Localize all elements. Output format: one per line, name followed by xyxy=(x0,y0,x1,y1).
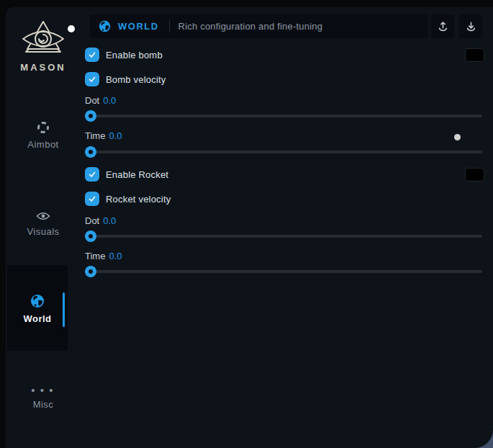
enable-rocket-checkbox[interactable] xyxy=(85,167,99,182)
sidebar-item-aimbot[interactable]: Aimbot xyxy=(6,121,81,150)
checkbox-label: Rocket velocity xyxy=(106,194,171,205)
slider-track xyxy=(85,151,482,153)
slider-name: Dot xyxy=(85,95,99,106)
bomb-time-slider[interactable] xyxy=(85,146,482,158)
settings-content: Enable bomb Bomb velocity Dot0.0 Time0.0 xyxy=(85,7,485,448)
checkbox-row-rocket-velocity: Rocket velocity xyxy=(85,192,171,206)
sidebar-item-label: Aimbot xyxy=(6,139,81,150)
sidebar: MASON Aimbot Visuals World xyxy=(6,7,81,448)
slider-track xyxy=(85,235,482,238)
slider-label: Time0.0 xyxy=(85,251,122,261)
checkbox-label: Bomb velocity xyxy=(106,74,166,85)
checkbox-label: Enable bomb xyxy=(106,50,163,61)
rocket-dot-slider[interactable] xyxy=(85,230,482,242)
globe-icon xyxy=(30,294,45,308)
slider-track xyxy=(85,115,482,117)
sidebar-item-label: Misc xyxy=(6,399,81,410)
slider-value: 0.0 xyxy=(109,251,122,261)
checkbox-label: Enable Rocket xyxy=(106,169,168,180)
brand-text: MASON xyxy=(6,62,81,73)
slider-thumb[interactable] xyxy=(85,110,96,122)
checkbox-row-bomb-velocity: Bomb velocity xyxy=(85,72,166,86)
active-indicator xyxy=(63,292,65,327)
slider-value: 0.0 xyxy=(103,215,116,226)
slider-thumb[interactable] xyxy=(85,266,96,277)
ellipsis-icon: • • • xyxy=(6,387,81,394)
check-icon xyxy=(88,194,96,203)
rocket-velocity-checkbox[interactable] xyxy=(85,192,99,206)
slider-label: Time0.0 xyxy=(85,130,122,141)
check-icon xyxy=(88,75,96,84)
sidebar-item-visuals[interactable]: Visuals xyxy=(6,211,81,237)
slider-thumb[interactable] xyxy=(85,230,96,242)
sidebar-item-label: World xyxy=(7,313,68,324)
mason-eye-logo-icon xyxy=(20,20,66,56)
check-icon xyxy=(88,170,96,179)
bomb-velocity-checkbox[interactable] xyxy=(85,72,99,86)
checkbox-row-enable-rocket: Enable Rocket xyxy=(85,167,168,182)
slider-value: 0.0 xyxy=(103,95,116,106)
slider-thumb[interactable] xyxy=(85,146,96,158)
bomb-dot-slider[interactable] xyxy=(85,110,482,122)
sidebar-item-label: Visuals xyxy=(6,226,81,237)
menu-panel: MASON Aimbot Visuals World xyxy=(6,7,493,448)
slider-name: Dot xyxy=(85,215,99,226)
logo: MASON xyxy=(6,20,81,73)
check-icon xyxy=(88,50,96,59)
sidebar-item-world[interactable]: World xyxy=(7,265,68,351)
rocket-color-swatch[interactable] xyxy=(465,168,484,182)
bomb-color-swatch[interactable] xyxy=(465,48,484,62)
slider-name: Time xyxy=(85,130,105,141)
slider-label: Dot0.0 xyxy=(85,215,116,226)
enable-bomb-checkbox[interactable] xyxy=(85,48,99,62)
checkbox-row-enable-bomb: Enable bomb xyxy=(85,48,163,62)
slider-label: Dot0.0 xyxy=(85,95,116,106)
rocket-time-slider[interactable] xyxy=(85,266,482,277)
crosshair-icon xyxy=(37,121,50,134)
sidebar-item-misc[interactable]: • • • Misc xyxy=(6,387,81,410)
slider-name: Time xyxy=(85,251,105,261)
eye-icon xyxy=(36,211,50,221)
slider-value: 0.0 xyxy=(109,130,122,141)
slider-track xyxy=(85,270,482,273)
